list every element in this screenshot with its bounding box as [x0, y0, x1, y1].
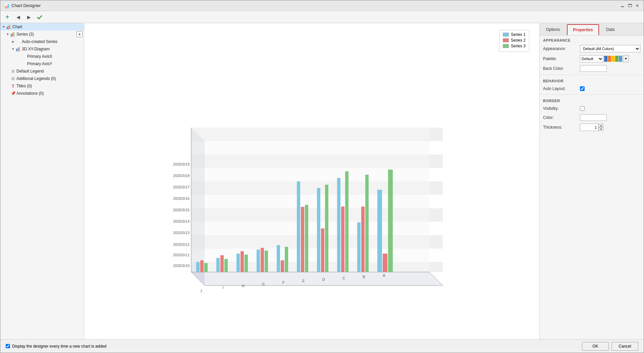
- svg-text:2020/3/18: 2020/3/18: [173, 174, 190, 178]
- svg-rect-1: [8, 26, 9, 29]
- legend-item-series2: Series 2: [503, 38, 526, 43]
- expand-icon-titles: [6, 84, 10, 88]
- svg-rect-4: [12, 33, 13, 37]
- color-label: Color:: [543, 115, 580, 120]
- backcolor-box[interactable]: [580, 65, 607, 72]
- svg-rect-40: [220, 255, 224, 272]
- designer-checkbox[interactable]: [6, 344, 10, 348]
- appearance-select[interactable]: Default (All Colors): [580, 45, 640, 52]
- add-button[interactable]: +: [3, 13, 12, 21]
- expand-icon-annotations: [6, 91, 10, 95]
- window-title: Chart Designer: [11, 3, 41, 8]
- expand-icon-xy[interactable]: ▼: [11, 47, 15, 51]
- title-bar-controls: 🗕 🗖 ✕: [620, 3, 640, 9]
- svg-rect-64: [383, 254, 387, 272]
- series-add-button[interactable]: +: [76, 31, 83, 37]
- palette-value: Default ▼: [580, 55, 640, 62]
- svg-rect-53: [305, 205, 308, 272]
- palette-select[interactable]: Default: [580, 55, 603, 62]
- tree-node-default-legend[interactable]: ⊞ Default Legend: [0, 68, 84, 75]
- svg-rect-36: [196, 262, 200, 272]
- tree-node-axisy[interactable]: Primary AxisY: [0, 60, 84, 68]
- legend-item-series3: Series 3: [503, 44, 526, 48]
- svg-text:G: G: [262, 282, 265, 286]
- thickness-value: ▲ ▼: [580, 124, 640, 131]
- svg-text:2020/3/14: 2020/3/14: [173, 219, 190, 223]
- xy-diagram-icon: [16, 46, 21, 52]
- svg-rect-37: [200, 260, 204, 272]
- legend-label-series3: Series 3: [511, 44, 526, 48]
- forward-button[interactable]: ▶: [24, 13, 33, 21]
- tree-node-auto-series[interactable]: ▶ Auto-created Series: [0, 38, 84, 45]
- expand-icon-chart[interactable]: ▼: [2, 25, 6, 29]
- svg-rect-41: [224, 259, 228, 272]
- swatch-3: [611, 56, 615, 62]
- border-color-box[interactable]: [580, 114, 607, 121]
- apply-button[interactable]: [35, 13, 44, 21]
- palette-dropdown-btn[interactable]: ▼: [623, 55, 629, 62]
- tree-label-annotations: Annotations (0): [16, 91, 44, 96]
- tree-node-axisx[interactable]: Primary AxisX: [0, 53, 84, 60]
- svg-text:H: H: [242, 284, 245, 288]
- cancel-button[interactable]: Cancel: [611, 342, 638, 351]
- expand-icon-axisx: [16, 54, 20, 58]
- svg-text:B: B: [363, 275, 365, 279]
- expand-icon-series[interactable]: ▼: [6, 32, 10, 36]
- tab-options[interactable]: Options: [540, 24, 566, 35]
- tab-properties[interactable]: Properties: [567, 24, 599, 35]
- expand-icon-auto[interactable]: ▶: [11, 40, 15, 44]
- tree-node-xy-diagram[interactable]: ▼ 3D XY-Diagram: [0, 45, 84, 53]
- svg-rect-3: [11, 34, 12, 37]
- legend-item-series1: Series 1: [503, 32, 526, 37]
- back-button[interactable]: ◀: [14, 13, 22, 21]
- behavior-section-header: BEHAVIOR: [540, 76, 644, 84]
- thickness-up-btn[interactable]: ▲: [599, 124, 603, 127]
- divider-2: [540, 94, 644, 95]
- svg-rect-8: [19, 47, 20, 51]
- series-chart-icon: [10, 32, 16, 37]
- footer: Display the designer every time a new ch…: [0, 339, 644, 353]
- color-value: [580, 114, 640, 121]
- chart-svg-wrapper: 2020/3/10 2020/3/11 2020/3/12 2020/3/13 …: [84, 23, 539, 339]
- svg-rect-46: [261, 248, 264, 272]
- palette-label: Palette:: [543, 56, 580, 61]
- svg-rect-50: [285, 247, 288, 272]
- palette-container: Default ▼: [580, 55, 629, 62]
- tree-node-annotations[interactable]: 📌 Annotations (0): [0, 90, 84, 97]
- visibility-checkbox[interactable]: [580, 106, 585, 111]
- thickness-down-btn[interactable]: ▼: [599, 127, 603, 131]
- main-content: ▼ Chart ▼ Series (3) + ▶ Auto-created Se…: [0, 23, 644, 339]
- tree-label-series: Series (3): [16, 32, 34, 37]
- legend-color-series1: [503, 33, 509, 37]
- svg-rect-48: [277, 245, 280, 272]
- tab-data[interactable]: Data: [600, 24, 620, 35]
- svg-text:E: E: [302, 279, 305, 283]
- minimize-button[interactable]: 🗕: [620, 3, 626, 9]
- svg-rect-63: [377, 190, 382, 272]
- svg-rect-57: [337, 178, 340, 272]
- autolayout-checkbox[interactable]: [580, 86, 585, 91]
- tree-node-series[interactable]: ▼ Series (3) +: [0, 31, 84, 38]
- svg-text:F: F: [282, 280, 284, 284]
- legend-label-series2: Series 2: [511, 38, 526, 43]
- svg-rect-51: [297, 181, 300, 272]
- visibility-row: Visibility:: [540, 104, 644, 113]
- svg-rect-54: [317, 188, 320, 272]
- thickness-input[interactable]: [580, 124, 598, 131]
- close-button[interactable]: ✕: [634, 3, 640, 9]
- svg-text:C: C: [342, 276, 345, 280]
- tree-node-titles[interactable]: T Titles (0): [0, 82, 84, 90]
- autolayout-row: Auto Layout:: [540, 84, 644, 93]
- thickness-spinners: ▲ ▼: [599, 124, 603, 131]
- svg-marker-29: [191, 272, 443, 285]
- maximize-button[interactable]: 🗖: [627, 3, 633, 9]
- ok-button[interactable]: OK: [582, 342, 609, 351]
- tree-label-axisy: Primary AxisY: [27, 61, 52, 66]
- svg-text:2020/3/19: 2020/3/19: [173, 162, 190, 166]
- tree-node-chart[interactable]: ▼ Chart: [0, 23, 84, 31]
- tree-label-xy-diagram: 3D XY-Diagram: [22, 47, 50, 51]
- svg-rect-65: [388, 170, 393, 272]
- svg-rect-5: [13, 32, 14, 37]
- tree-node-additional-legends[interactable]: ⊞ Addtional Legends (0): [0, 75, 84, 82]
- svg-text:D: D: [322, 277, 325, 281]
